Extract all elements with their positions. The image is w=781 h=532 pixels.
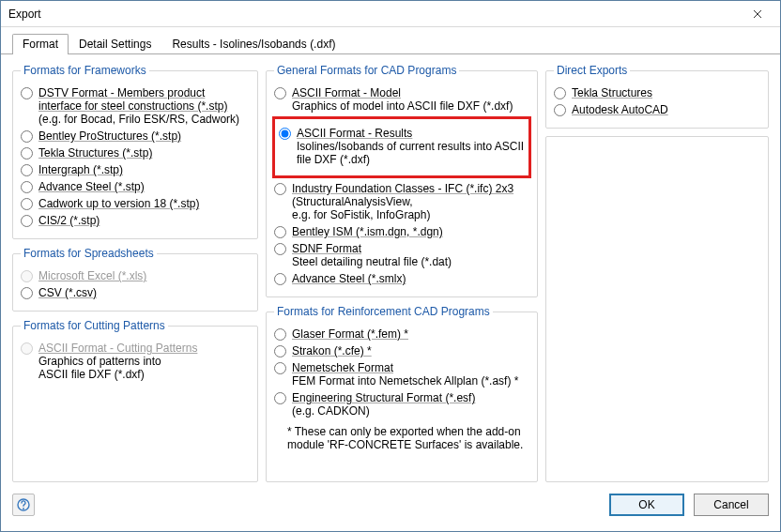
opt-advance-steel-stp[interactable]: Advance Steel (*.stp) <box>21 180 250 193</box>
radio-intergraph[interactable] <box>21 164 33 176</box>
highlighted-option: ASCII Format - Results Isolines/Isobands… <box>272 116 531 178</box>
opt-glaser[interactable]: Glaser Format (*.fem) * <box>274 327 529 341</box>
radio-ascii-model[interactable] <box>274 87 286 99</box>
radio-bentley-ism[interactable] <box>274 226 286 238</box>
opt-tekla-direct[interactable]: Tekla Structures <box>554 86 760 99</box>
radio-ascii-results[interactable] <box>279 128 291 140</box>
radio-tekla-stp[interactable] <box>21 147 33 160</box>
opt-nemetschek[interactable]: Nemetschek Format FEM Format into Nemets… <box>274 361 529 388</box>
group-legend: Formats for Reinforcement CAD Programs <box>274 305 493 318</box>
footer: OK Cancel <box>1 488 780 525</box>
radio-advance-steel-smlx[interactable] <box>274 273 286 285</box>
opt-cadwork18[interactable]: Cadwork up to version 18 (*.stp) <box>21 197 250 210</box>
opt-esf[interactable]: Engineering Structural Format (*.esf) (e… <box>274 391 529 418</box>
opt-tekla-stp[interactable]: Tekla Structures (*.stp) <box>21 146 250 160</box>
group-direct-exports: Direct Exports Tekla Structures Autodesk… <box>545 64 769 129</box>
opt-cis2[interactable]: CIS/2 (*.stp) <box>21 214 250 227</box>
radio-nemetschek[interactable] <box>274 362 286 374</box>
opt-ascii-model[interactable]: ASCII Format - Model Graphics of model i… <box>274 86 529 113</box>
reinforcement-footnote: * These can only be exported when the ad… <box>287 425 528 451</box>
radio-dstv[interactable] <box>21 87 33 99</box>
content-area: Formats for Frameworks DSTV Format - Mem… <box>1 54 780 488</box>
tab-format[interactable]: Format <box>12 34 69 54</box>
opt-dstv[interactable]: DSTV Format - Members product interface … <box>21 86 250 126</box>
help-button[interactable] <box>12 494 35 516</box>
cancel-button[interactable]: Cancel <box>694 494 769 516</box>
opt-excel: Microsoft Excel (*.xls) <box>21 269 250 282</box>
opt-ascii-results[interactable]: ASCII Format - Results Isolines/Isobands… <box>279 127 525 166</box>
radio-csv[interactable] <box>21 287 33 299</box>
group-reinforcement: Formats for Reinforcement CAD Programs G… <box>266 305 538 482</box>
tab-results-isolines[interactable]: Results - Isolines/Isobands (.dxf) <box>161 34 345 54</box>
radio-esf[interactable] <box>274 392 286 404</box>
window-title: Export <box>8 8 741 21</box>
group-legend: Formats for Cutting Patterns <box>21 319 168 332</box>
group-legend: Direct Exports <box>554 64 630 77</box>
close-button[interactable] <box>741 4 774 24</box>
radio-advance-steel-stp[interactable] <box>21 181 33 193</box>
radio-tekla-direct[interactable] <box>554 87 566 99</box>
tab-detail-settings[interactable]: Detail Settings <box>69 34 161 54</box>
svg-point-1 <box>23 508 24 509</box>
ok-button[interactable]: OK <box>609 494 684 516</box>
help-icon <box>17 498 30 511</box>
radio-strakon[interactable] <box>274 345 286 357</box>
group-cad: General Formats for CAD Programs ASCII F… <box>266 64 538 297</box>
close-icon <box>753 9 762 19</box>
radio-sdnf[interactable] <box>274 243 286 255</box>
radio-cis2[interactable] <box>21 215 33 227</box>
group-legend: Formats for Spreadsheets <box>21 247 157 260</box>
radio-ascii-cutting <box>21 342 33 355</box>
radio-glaser[interactable] <box>274 328 286 341</box>
opt-sdnf[interactable]: SDNF Format Steel detailing neutral file… <box>274 242 529 268</box>
radio-cadwork18[interactable] <box>21 198 33 210</box>
group-spreadsheets: Formats for Spreadsheets Microsoft Excel… <box>12 247 258 312</box>
radio-autodesk[interactable] <box>554 104 566 116</box>
radio-bentley-pro[interactable] <box>21 130 33 143</box>
title-bar: Export <box>1 1 780 27</box>
opt-strakon[interactable]: Strakon (*.cfe) * <box>274 344 529 357</box>
group-legend: Formats for Frameworks <box>21 64 149 77</box>
opt-advance-steel-smlx[interactable]: Advance Steel (*.smlx) <box>274 272 529 285</box>
opt-ascii-cutting: ASCII Format - Cutting Patterns Graphics… <box>21 342 250 381</box>
opt-bentley-pro[interactable]: Bentley ProStructures (*.stp) <box>21 129 250 143</box>
opt-csv[interactable]: CSV (*.csv) <box>21 286 250 299</box>
opt-bentley-ism[interactable]: Bentley ISM (*.ism.dgn, *.dgn) <box>274 225 529 238</box>
opt-autodesk[interactable]: Autodesk AutoCAD <box>554 103 760 116</box>
empty-panel <box>545 136 769 482</box>
radio-excel <box>21 270 33 282</box>
radio-ifc[interactable] <box>274 183 286 195</box>
group-legend: General Formats for CAD Programs <box>274 64 459 77</box>
opt-ifc[interactable]: Industry Foundation Classes - IFC (*.ifc… <box>274 182 529 221</box>
group-cutting-patterns: Formats for Cutting Patterns ASCII Forma… <box>12 319 258 482</box>
tab-strip: Format Detail Settings Results - Isoline… <box>1 27 780 54</box>
group-frameworks: Formats for Frameworks DSTV Format - Mem… <box>12 64 258 239</box>
opt-intergraph[interactable]: Intergraph (*.stp) <box>21 163 250 176</box>
